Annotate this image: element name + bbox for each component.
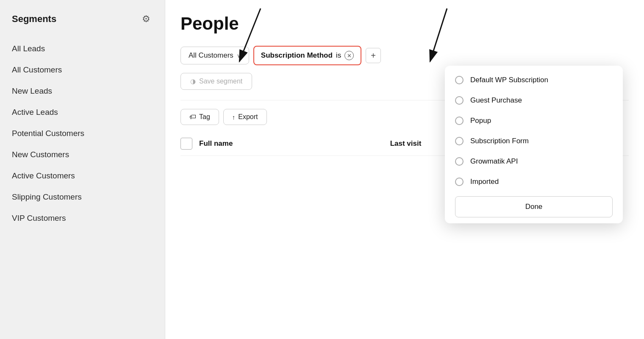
option-imported-label: Imported bbox=[470, 178, 499, 186]
select-all-checkbox[interactable] bbox=[180, 138, 192, 150]
save-icon: ◑ bbox=[190, 78, 196, 85]
option-subscription-form[interactable]: Subscription Form bbox=[445, 131, 623, 151]
sidebar-item-all-customers[interactable]: All Customers bbox=[12, 59, 153, 81]
filter-row: All Customers ∨ Subscription Method is ✕… bbox=[180, 46, 629, 65]
segment-dropdown[interactable]: All Customers ∨ bbox=[180, 47, 249, 64]
filter-close-icon[interactable]: ✕ bbox=[344, 51, 354, 60]
radio-growmatik-api[interactable] bbox=[455, 157, 464, 166]
option-default-wp[interactable]: Default WP Subscription bbox=[445, 70, 623, 90]
radio-guest-purchase[interactable] bbox=[455, 96, 464, 105]
export-icon: ↑ bbox=[232, 114, 236, 121]
filter-badge-bold-text: Subscription Method bbox=[261, 51, 333, 60]
tag-icon: 🏷 bbox=[189, 113, 196, 121]
sidebar-item-active-leads[interactable]: Active Leads bbox=[12, 102, 153, 123]
export-label: Export bbox=[238, 113, 258, 121]
option-popup[interactable]: Popup bbox=[445, 111, 623, 131]
filter-badge-light-text: is bbox=[336, 51, 341, 60]
sidebar-item-new-leads[interactable]: New Leads bbox=[12, 81, 153, 102]
option-imported[interactable]: Imported bbox=[445, 172, 623, 192]
save-segment-label: Save segment bbox=[199, 78, 242, 85]
option-default-wp-label: Default WP Subscription bbox=[470, 76, 548, 84]
tag-label: Tag bbox=[199, 113, 210, 121]
sidebar: Segments ⚙ All Leads All Customers New L… bbox=[0, 0, 165, 339]
segment-dropdown-label: All Customers bbox=[189, 51, 233, 60]
radio-default-wp[interactable] bbox=[455, 76, 464, 84]
subscription-method-filter[interactable]: Subscription Method is ✕ bbox=[253, 46, 361, 65]
col-fullname-header: Full name bbox=[199, 139, 390, 148]
option-growmatik-api-label: Growmatik API bbox=[470, 157, 518, 166]
option-guest-purchase-label: Guest Purchase bbox=[470, 96, 522, 105]
sidebar-item-slipping-customers[interactable]: Slipping Customers bbox=[12, 186, 153, 208]
radio-imported[interactable] bbox=[455, 178, 464, 186]
gear-icon[interactable]: ⚙ bbox=[142, 14, 153, 25]
subscription-method-dropdown: Default WP Subscription Guest Purchase P… bbox=[445, 66, 623, 223]
sidebar-item-vip-customers[interactable]: VIP Customers bbox=[12, 208, 153, 229]
sidebar-item-all-leads[interactable]: All Leads bbox=[12, 38, 153, 59]
radio-popup[interactable] bbox=[455, 117, 464, 125]
option-guest-purchase[interactable]: Guest Purchase bbox=[445, 90, 623, 111]
export-button[interactable]: ↑ Export bbox=[223, 109, 267, 125]
radio-subscription-form[interactable] bbox=[455, 137, 464, 145]
main-content: People All Customers ∨ Subscription Meth… bbox=[165, 0, 644, 339]
sidebar-item-potential-customers[interactable]: Potential Customers bbox=[12, 123, 153, 144]
segments-title: Segments bbox=[12, 14, 56, 25]
sidebar-item-new-customers[interactable]: New Customers bbox=[12, 144, 153, 165]
sidebar-header: Segments ⚙ bbox=[12, 14, 153, 25]
tag-button[interactable]: 🏷 Tag bbox=[180, 109, 219, 125]
add-filter-button[interactable]: + bbox=[366, 48, 381, 63]
save-segment-button[interactable]: ◑ Save segment bbox=[180, 73, 252, 90]
sidebar-item-active-customers[interactable]: Active Customers bbox=[12, 165, 153, 186]
option-growmatik-api[interactable]: Growmatik API bbox=[445, 151, 623, 172]
page-title: People bbox=[180, 14, 629, 34]
plus-icon: + bbox=[371, 51, 376, 61]
option-popup-label: Popup bbox=[470, 117, 491, 125]
option-subscription-form-label: Subscription Form bbox=[470, 137, 529, 145]
chevron-down-icon: ∨ bbox=[237, 53, 241, 59]
sidebar-nav: All Leads All Customers New Leads Active… bbox=[12, 38, 153, 229]
done-button[interactable]: Done bbox=[455, 196, 613, 217]
